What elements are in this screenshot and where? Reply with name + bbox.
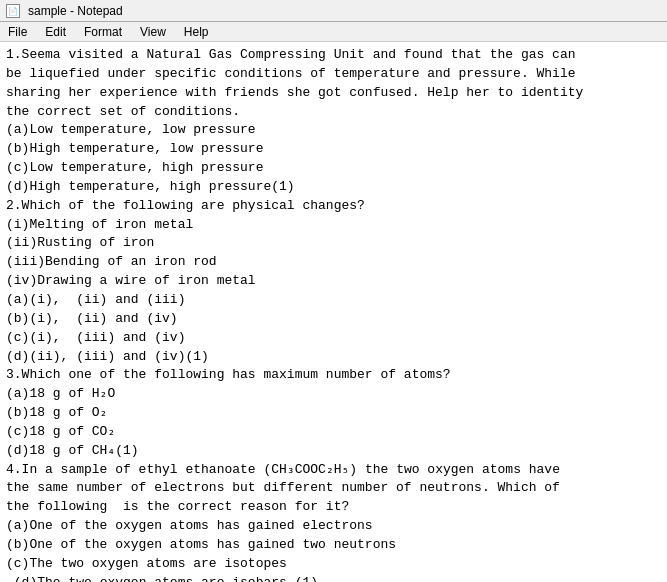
content-line: (b)High temperature, low pressure <box>6 140 661 159</box>
menu-edit[interactable]: Edit <box>41 25 70 39</box>
app-icon: 📄 <box>6 4 20 18</box>
content-line: 3.Which one of the following has maximum… <box>6 366 661 385</box>
content-line: (a)One of the oxygen atoms has gained el… <box>6 517 661 536</box>
content-line: 1.Seema visited a Natural Gas Compressin… <box>6 46 661 65</box>
content-line: (iv)Drawing a wire of iron metal <box>6 272 661 291</box>
content-line: (d)(ii), (iii) and (iv)(1) <box>6 348 661 367</box>
content-line: (d)18 g of CH₄(1) <box>6 442 661 461</box>
window-title: sample - Notepad <box>28 4 123 18</box>
content-line: (a)18 g of H₂O <box>6 385 661 404</box>
content-line: the correct set of conditions. <box>6 103 661 122</box>
content-line: the following is the correct reason for … <box>6 498 661 517</box>
title-bar: 📄 sample - Notepad <box>0 0 667 22</box>
content-line: (d)The two oxygen atoms are isobars.(1) <box>6 574 661 582</box>
content-line: (iii)Bending of an iron rod <box>6 253 661 272</box>
content-line: (b)18 g of O₂ <box>6 404 661 423</box>
content-line: (b)(i), (ii) and (iv) <box>6 310 661 329</box>
content-line: (a)(i), (ii) and (iii) <box>6 291 661 310</box>
content-line: (ii)Rusting of iron <box>6 234 661 253</box>
menu-help[interactable]: Help <box>180 25 213 39</box>
menu-file[interactable]: File <box>4 25 31 39</box>
content-line: be liquefied under specific conditions o… <box>6 65 661 84</box>
content-line: sharing her experience with friends she … <box>6 84 661 103</box>
content-line: (b)One of the oxygen atoms has gained tw… <box>6 536 661 555</box>
content-line: 2.Which of the following are physical ch… <box>6 197 661 216</box>
content-line: (c)(i), (iii) and (iv) <box>6 329 661 348</box>
content-line: 4.In a sample of ethyl ethanoate (CH₃COO… <box>6 461 661 480</box>
content-line: (d)High temperature, high pressure(1) <box>6 178 661 197</box>
content-line: (c)18 g of CO₂ <box>6 423 661 442</box>
content-line: the same number of electrons but differe… <box>6 479 661 498</box>
content-line: (c)Low temperature, high pressure <box>6 159 661 178</box>
text-editor[interactable]: 1.Seema visited a Natural Gas Compressin… <box>0 42 667 582</box>
content-line: (c)The two oxygen atoms are isotopes <box>6 555 661 574</box>
content-line: (i)Melting of iron metal <box>6 216 661 235</box>
menu-bar: File Edit Format View Help <box>0 22 667 42</box>
content-line: (a)Low temperature, low pressure <box>6 121 661 140</box>
menu-view[interactable]: View <box>136 25 170 39</box>
menu-format[interactable]: Format <box>80 25 126 39</box>
